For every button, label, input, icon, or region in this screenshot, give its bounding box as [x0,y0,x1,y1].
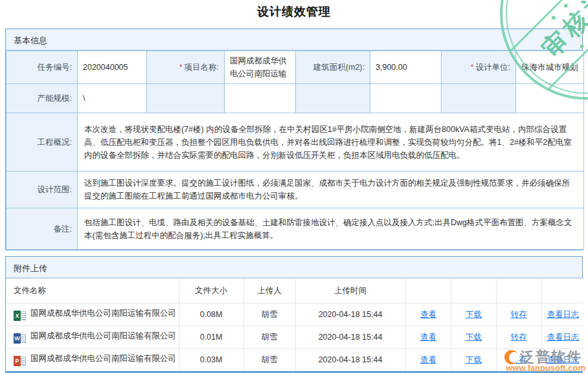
view-log-link[interactable]: 查看日志 [547,355,580,364]
file-size: 0.03M [179,349,243,371]
upload-time: 2020-04-18 15:44 [295,349,405,371]
word-file-icon: W [14,333,27,344]
attachment-row: X国网成都成华供电公司南阳运输有限公司 0.08M 胡雪 2020-04-18 … [6,303,583,326]
remark-row: 备注: 包括施工图设计、电缆、路由及相关的设备基础、土建和防雷接地设计、确定接入… [6,208,584,250]
transfer-link[interactable]: 转存 [511,333,527,342]
empty-value-cell [516,84,584,113]
file-name: 国网成都成华供电公司南阳运输有限公司 [30,309,176,318]
design-scope-value: 达到施工图设计深度要求。提交的施工设计图纸，必须满足国家、成都市关于电力设计方面… [78,171,584,208]
basic-info-section-title: 基本信息 [6,29,582,50]
upload-time-header: 上传时间 [295,279,405,303]
upload-time: 2020-04-18 15:44 [295,326,405,349]
task-number-value: 2020040005 [78,51,147,84]
design-unit-label: *设计单位: [442,51,516,84]
remark-value: 包括施工图设计、电缆、路由及相关的设备基础、土建和防雷接地设计、确定接入点以及接… [78,208,584,250]
basic-info-row-2: 产能规模: \ [6,84,584,113]
capacity-scale-value: \ [78,84,147,113]
excel-file-icon: X [14,311,27,321]
empty-value-cell [225,84,296,113]
download-link[interactable]: 下载 [466,310,482,319]
file-size: 0.01M [179,326,243,349]
view-link[interactable]: 查看 [420,355,436,364]
page-title: 设计绩效管理 [0,0,588,19]
project-overview-row: 工程概况: 本次改造，将现状变配电楼(7#楼) 内的设备全部拆除，在中关村园区1… [6,113,584,171]
file-name: 国网成都成华供电公司南阳运输有限公司 [30,331,176,340]
attachment-row: W国网成都成华供电公司南阳运输有限公司 0.01M 胡雪 2020-04-18 … [6,326,583,349]
attachments-header-row: 文件名称 文件大小 上传人 上传时间 [6,279,583,303]
empty-label-cell [296,84,370,113]
file-size-header: 文件大小 [179,279,243,303]
ppt-file-icon: P [14,356,27,366]
uploader: 胡雪 [243,349,295,371]
upload-time: 2020-04-18 15:44 [295,303,405,326]
design-scope-label: 设计范围: [6,171,78,208]
download-link[interactable]: 下载 [466,333,482,342]
task-number-label: 任务编号: [6,51,78,84]
attachment-row: P国网成都成华供电公司南阳运输有限公司 0.03M 胡雪 2020-04-18 … [6,349,583,371]
attachments-section: 附件上传 文件名称 文件大小 上传人 上传时间 X国网成都成华供电公司南阳运输有… [5,256,583,373]
file-name: 国网成都成华供电公司南阳运输有限公司 [30,354,176,363]
file-name-header: 文件名称 [6,279,179,303]
empty-label-cell [442,84,516,113]
basic-info-table: 任务编号: 2020040005 *项目名称: 国网成都成华供电公司南阳运输 建… [6,50,584,250]
view-log-link[interactable]: 查看日志 [547,310,580,319]
capacity-scale-label: 产能规模: [6,84,78,113]
attachments-table: 文件名称 文件大小 上传人 上传时间 X国网成都成华供电公司南阳运输有限公司 0… [6,278,583,371]
project-overview-value: 本次改造，将现状变配电楼(7#楼) 内的设备全部拆除，在中关村园区1#平房小院南… [78,113,584,171]
project-name-label: *项目名称: [147,51,225,84]
transfer-link[interactable]: 转存 [511,310,527,319]
design-scope-row: 设计范围: 达到施工图设计深度要求。提交的施工设计图纸，必须满足国家、成都市关于… [6,171,584,208]
view-link[interactable]: 查看 [420,310,436,319]
uploader: 胡雪 [243,326,295,349]
uploader-header: 上传人 [243,279,295,303]
design-unit-value: 珠海市城市规划 [516,51,584,84]
view-log-link[interactable]: 查看日志 [547,333,580,342]
view-link[interactable]: 查看 [420,333,436,342]
required-asterisk: * [179,63,183,72]
basic-info-row-1: 任务编号: 2020040005 *项目名称: 国网成都成华供电公司南阳运输 建… [6,51,584,84]
project-overview-label: 工程概况: [6,113,78,171]
action-header-cell [496,279,541,303]
action-header-cell [451,279,496,303]
empty-value-cell [370,84,442,113]
project-name-value: 国网成都成华供电公司南阳运输 [225,51,296,84]
required-asterisk: * [471,63,474,72]
file-size: 0.08M [179,303,243,326]
remark-label: 备注: [6,208,78,250]
empty-label-cell [147,84,225,113]
basic-info-section: 基本信息 任务编号: 2020040005 *项目名称: 国网成都成华供电公司南… [5,28,583,250]
download-link[interactable]: 下载 [466,355,482,364]
building-area-label: 建筑面积(m2): [296,51,370,84]
uploader: 胡雪 [243,303,295,326]
action-header-cell [541,279,583,303]
transfer-link[interactable]: 转存 [511,355,527,364]
building-area-value: 3,900.00 [370,51,442,84]
action-header-cell [405,279,451,303]
attachments-section-title: 附件上传 [6,257,582,278]
